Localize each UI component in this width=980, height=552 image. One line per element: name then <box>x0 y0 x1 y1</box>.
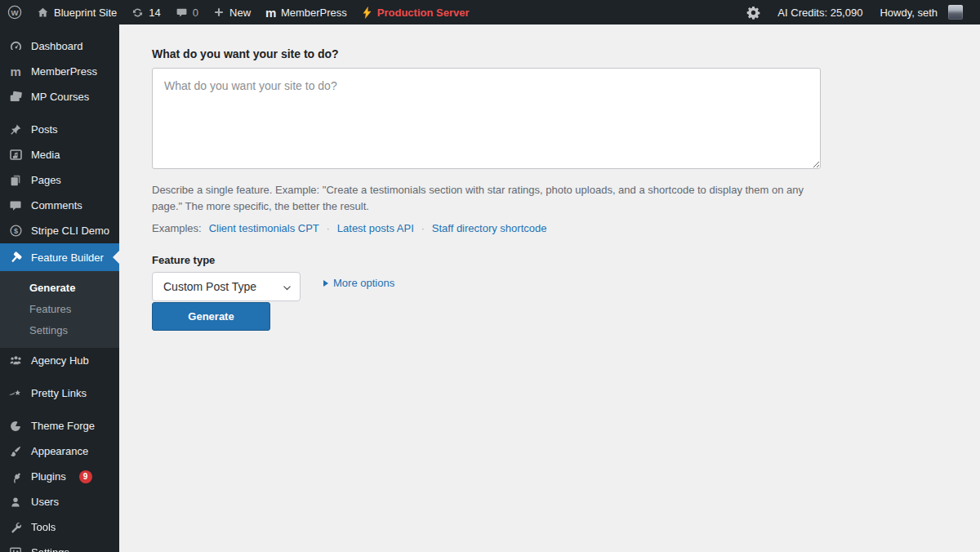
sidebar-item-pretty-links[interactable]: Pretty Links <box>0 381 119 406</box>
avatar <box>948 5 963 20</box>
comment-icon <box>176 7 188 19</box>
pie-wedge-icon <box>7 420 24 433</box>
svg-text:$: $ <box>13 227 17 235</box>
sidebar-item-label: Theme Forge <box>31 420 95 432</box>
sidebar-item-label: Appearance <box>31 445 88 457</box>
sidebar-item-appearance[interactable]: Appearance <box>0 438 119 464</box>
feature-builder-generate-page: What do you want your site to do? Descri… <box>119 24 980 331</box>
memberpress-label: MemberPress <box>281 7 347 19</box>
sidebar-item-label: MemberPress <box>31 65 97 78</box>
production-server-label: Production Server <box>377 7 470 19</box>
site-menu[interactable]: Blueprint Site <box>29 0 124 24</box>
sidebar-item-agency-hub[interactable]: Agency Hub <box>0 348 119 373</box>
dollar-circle-icon: $ <box>7 224 24 238</box>
plugins-count-badge: 9 <box>79 470 92 483</box>
sidebar-item-stripe-cli-demo[interactable]: $ Stripe CLI Demo <box>0 218 119 243</box>
svg-text:W: W <box>11 8 19 17</box>
comments-count: 0 <box>193 7 198 19</box>
generate-button[interactable]: Generate <box>152 302 270 331</box>
lightning-icon <box>362 7 372 19</box>
dot-separator: · <box>421 223 425 234</box>
star-wing-icon <box>7 387 24 400</box>
sidebar-item-label: Comments <box>31 199 82 211</box>
examples-row: Examples: Client testimonials CPT · Late… <box>152 222 947 234</box>
dot-separator: · <box>327 223 330 234</box>
sidebar-item-pages[interactable]: Pages <box>0 167 119 193</box>
hammer-icon <box>7 251 24 265</box>
wordpress-logo-menu[interactable]: W <box>0 0 29 24</box>
memberpress-icon: m <box>7 65 24 78</box>
examples-label: Examples: <box>152 222 202 234</box>
gear-icon[interactable] <box>739 0 768 24</box>
example-link-client-testimonials[interactable]: Client testimonials CPT <box>209 222 319 234</box>
memberpress-logo-icon: m <box>265 7 276 19</box>
comments-menu[interactable]: 0 <box>168 0 206 24</box>
sidebar-item-label: Pages <box>31 174 61 186</box>
ai-credits: AI Credits: 25,090 <box>768 7 872 19</box>
new-label: New <box>229 7 251 19</box>
sidebar-item-label: Pretty Links <box>31 387 87 399</box>
sidebar-item-plugins[interactable]: Plugins 9 <box>0 464 119 489</box>
triangle-right-icon <box>323 280 328 287</box>
menu-separator <box>0 109 119 117</box>
sidebar-item-label: Feature Builder <box>31 252 104 264</box>
sidebar-item-label: MP Courses <box>31 91 89 103</box>
sidebar-item-label: Stripe CLI Demo <box>31 225 109 237</box>
wordpress-logo-icon: W <box>7 5 22 20</box>
account-menu[interactable]: Howdy, seth <box>872 0 970 24</box>
sidebar-item-memberpress[interactable]: m MemberPress <box>0 59 119 84</box>
updates-count: 14 <box>149 7 160 19</box>
wrench-icon <box>7 521 24 534</box>
sidebar-item-posts[interactable]: Posts <box>0 117 119 142</box>
example-link-latest-posts-api[interactable]: Latest posts API <box>337 222 414 234</box>
prompt-description: Describe a single feature. Example: "Cre… <box>152 182 815 215</box>
menu-separator <box>0 373 119 381</box>
admin-bar-right: AI Credits: 25,090 Howdy, seth <box>739 0 980 24</box>
prompt-label: What do you want your site to do? <box>152 47 947 60</box>
howdy-label: Howdy, seth <box>880 7 938 19</box>
pages-icon <box>7 174 24 187</box>
site-name: Blueprint Site <box>54 7 117 19</box>
sidebar-item-label: Settings <box>31 546 69 552</box>
sidebar: Dashboard m MemberPress MP Courses Posts… <box>0 24 119 552</box>
sidebar-item-mp-courses[interactable]: MP Courses <box>0 84 119 109</box>
comment-icon <box>7 199 24 212</box>
sidebar-item-comments[interactable]: Comments <box>0 193 119 218</box>
more-options-toggle[interactable]: More options <box>323 277 394 289</box>
submenu-item-settings[interactable]: Settings <box>0 319 119 341</box>
feature-type-label: Feature type <box>152 254 947 266</box>
admin-bar-left: W Blueprint Site 14 0 New <box>0 0 477 24</box>
feature-builder-submenu: Generate Features Settings <box>0 271 119 348</box>
sidebar-item-feature-builder[interactable]: Feature Builder <box>0 243 119 271</box>
sidebar-item-label: Posts <box>31 123 58 136</box>
submenu-item-features[interactable]: Features <box>0 298 119 319</box>
updates-menu[interactable]: 14 <box>124 0 167 24</box>
plus-icon <box>213 7 225 18</box>
memberpress-menu[interactable]: m MemberPress <box>258 0 354 24</box>
prompt-textarea[interactable] <box>152 68 821 169</box>
submenu-item-generate[interactable]: Generate <box>0 277 119 298</box>
sidebar-item-label: Plugins <box>31 470 66 483</box>
sidebar-item-settings[interactable]: Settings <box>0 540 119 552</box>
sidebar-item-users[interactable]: Users <box>0 489 119 514</box>
controls-row: Custom Post Type More options <box>152 272 947 301</box>
sidebar-item-label: Users <box>31 496 59 508</box>
sidebar-item-theme-forge[interactable]: Theme Forge <box>0 413 119 438</box>
sidebar-item-dashboard[interactable]: Dashboard <box>0 33 119 59</box>
sidebar-item-label: Dashboard <box>31 40 83 52</box>
pushpin-icon <box>7 123 24 136</box>
example-link-staff-directory[interactable]: Staff directory shortcode <box>432 222 547 234</box>
sidebar-item-label: Agency Hub <box>31 354 89 367</box>
user-icon <box>7 496 24 509</box>
more-options-label: More options <box>333 277 394 289</box>
dashboard-icon <box>7 39 24 53</box>
sidebar-item-tools[interactable]: Tools <box>0 514 119 540</box>
sidebar-item-label: Media <box>31 149 60 161</box>
update-icon <box>131 7 144 19</box>
production-server-indicator[interactable]: Production Server <box>354 0 477 24</box>
admin-bar: W Blueprint Site 14 0 New <box>0 0 980 24</box>
sidebar-item-media[interactable]: Media <box>0 142 119 167</box>
new-content-menu[interactable]: New <box>206 0 258 24</box>
feature-type-select[interactable]: Custom Post Type <box>152 272 301 301</box>
plug-icon <box>7 470 24 483</box>
